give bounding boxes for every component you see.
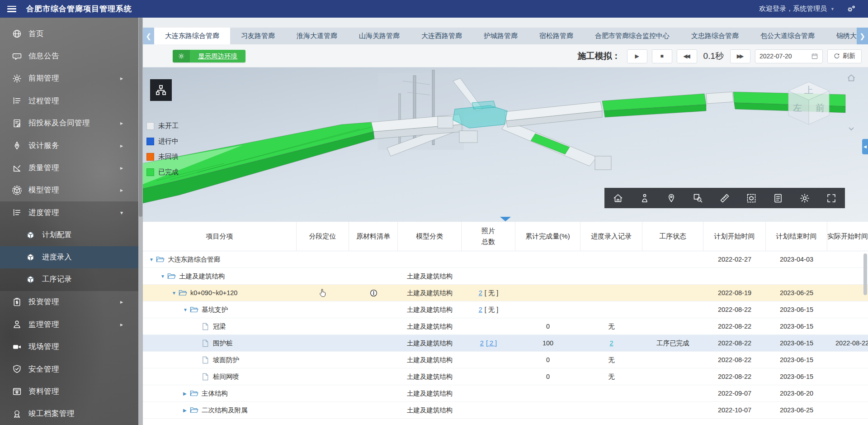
sidebar-item-supervision[interactable]: 监理管理▸ (0, 313, 138, 335)
table-row-3[interactable]: ▼基坑支护土建及建筑结构2[ 无 ]2022-08-222023-06-15 (143, 301, 868, 318)
user-menu[interactable]: 欢迎登录，系统管理员 ▼ (759, 5, 835, 13)
caret-down-icon[interactable]: ▼ (160, 274, 167, 279)
date-input[interactable] (760, 53, 805, 60)
table-row-0[interactable]: ▼大连东路综合管廊2022-02-272023-04-03 (143, 251, 868, 268)
cell-seg (297, 268, 349, 284)
refresh-button[interactable]: 刷新 (827, 49, 862, 63)
sidebar-item-process-record[interactable]: 工序记录 (0, 268, 138, 291)
tab-6[interactable]: 宿松路管廊 (528, 28, 584, 44)
caret-right-icon[interactable]: ▶ (183, 391, 190, 396)
fullscreen-icon[interactable] (826, 193, 837, 204)
sidebar-item-model[interactable]: 模型管理▸ (0, 179, 138, 201)
tab-5[interactable]: 护城路管廊 (473, 28, 528, 44)
column-header-material: 原材料清单 (349, 222, 398, 251)
chat-icon (12, 52, 22, 61)
tab-1[interactable]: 习友路管廊 (230, 28, 286, 44)
info-icon[interactable] (370, 289, 377, 297)
table-scrollbar[interactable] (863, 253, 867, 295)
right-panel-toggle-icon[interactable]: ◀ (862, 139, 868, 154)
medal-icon (12, 409, 22, 419)
table-row-9[interactable]: ▶二次结构及附属土建及建筑结构2022-10-072023-06-25 (143, 402, 868, 419)
folderstar-icon (12, 387, 22, 396)
tab-0[interactable]: 大连东路综合管廊 (154, 28, 230, 44)
settings-gears-icon[interactable] (846, 4, 856, 14)
caret-down-icon[interactable]: ▼ (149, 257, 156, 262)
photo-count-link[interactable]: 2 (479, 289, 482, 296)
fast-forward-button[interactable]: ▶▶ (730, 49, 750, 63)
table-row-2[interactable]: ▼k0+090~k0+120土建及建筑结构2[ 无 ]2022-08-19202… (143, 285, 868, 301)
item-label: 坡面防护 (213, 356, 239, 364)
sidebar-item-design-service[interactable]: 设计服务▸ (0, 134, 138, 157)
tab-7[interactable]: 合肥市管廊综合监控中心 (584, 28, 680, 44)
cell-status (642, 301, 703, 318)
refresh-icon (834, 53, 840, 59)
sidebar-item-progress-entry[interactable]: 进度录入 (0, 246, 138, 268)
table-row-7[interactable]: 桩间网喷土建及建筑结构0无2022-08-222023-06-15 (143, 368, 868, 385)
sidebar-item-site[interactable]: 现场管理 (0, 335, 138, 358)
box-search-icon[interactable] (693, 193, 703, 204)
caret-right-icon[interactable]: ▶ (183, 408, 190, 413)
table-row-8[interactable]: ▶主体结构土建及建筑结构2022-09-072023-06-20 (143, 385, 868, 402)
location-pin-icon[interactable] (666, 193, 677, 204)
table-row-4[interactable]: 冠梁土建及建筑结构0无2022-08-222023-06-15 (143, 318, 868, 335)
sidebar-item-notice[interactable]: 信息公告 (0, 45, 138, 67)
tab-3[interactable]: 山海关路管廊 (348, 28, 410, 44)
sidebar-item-schedule[interactable]: 进度管理▾ (0, 201, 138, 224)
sidebar-item-home[interactable]: 首页 (0, 23, 138, 45)
sidebar-item-quality[interactable]: 质量管理▸ (0, 157, 138, 179)
tab-4[interactable]: 大连西路管廊 (410, 28, 473, 44)
model-viewport[interactable]: 未开工进行中未回填已完成 上 左 前 (143, 67, 868, 222)
viewport-collapse-handle[interactable] (498, 217, 513, 222)
top-bar: 合肥市综合管廊项目管理系统 欢迎登录，系统管理员 ▼ (0, 0, 868, 18)
viewer-settings-gear-icon[interactable] (799, 193, 810, 204)
sidebar-item-documents[interactable]: 资料管理 (0, 380, 138, 402)
sidebar-item-early-stage[interactable]: 前期管理▸ (0, 67, 138, 90)
column-header-records: 进度录入记录 (580, 222, 642, 251)
first-person-icon[interactable] (639, 193, 650, 204)
sidebar-item-investment[interactable]: 投资管理▸ (0, 291, 138, 313)
table-row-1[interactable]: ▼土建及建筑结构土建及建筑结构 (143, 268, 868, 285)
tabs-scroll-right-icon[interactable]: ❯ (857, 28, 868, 44)
sidebar-item-process[interactable]: 过程管理 (0, 90, 138, 112)
sidebar-item-plan-config[interactable]: 计划配置 (0, 224, 138, 246)
cell-seg (297, 402, 349, 418)
rewind-button[interactable]: ◀◀ (677, 49, 697, 63)
model-tree-button[interactable] (150, 79, 172, 101)
tabs-scroll-left-icon[interactable]: ❮ (143, 28, 154, 44)
cube-chevron-down-icon[interactable] (847, 124, 855, 133)
section-box-icon[interactable] (746, 193, 757, 204)
sidebar-scrollbar[interactable] (138, 18, 143, 425)
sidebar-item-bidding-contract[interactable]: 招投标及合同管理▸ (0, 112, 138, 134)
caret-down-icon[interactable]: ▼ (183, 307, 190, 312)
sidebar-item-label: 投资管理 (28, 297, 59, 307)
cell-plan_end: 2023-06-15 (766, 318, 827, 334)
table-row-6[interactable]: 坡面防护土建及建筑结构0无2022-08-222023-06-15 (143, 352, 868, 368)
home-view-icon[interactable] (613, 193, 623, 204)
progress-record-link[interactable]: 2 (609, 339, 613, 347)
tab-8[interactable]: 文忠路综合管廊 (680, 28, 750, 44)
file-icon (201, 323, 210, 330)
sidebar-item-label: 模型管理 (28, 185, 59, 195)
tab-2[interactable]: 淮海大道管廊 (286, 28, 348, 44)
cell-plan_end: 2023-06-15 (766, 352, 827, 368)
stop-button[interactable]: ■ (652, 49, 672, 63)
date-picker[interactable] (755, 49, 823, 63)
tab-9[interactable]: 包公大道综合管廊 (750, 28, 826, 44)
sidebar-item-completion-archive[interactable]: 竣工档案管理 (0, 403, 138, 425)
measure-ruler-icon[interactable] (719, 193, 730, 204)
list-panel-icon[interactable] (773, 193, 783, 204)
play-button[interactable]: ▶ (627, 49, 647, 63)
sidebar-item-safety[interactable]: 安全管理 (0, 358, 138, 380)
cell-plan_start: 2022-08-22 (703, 318, 766, 334)
table-row-5[interactable]: 围护桩土建及建筑结构2[ 2 ]1002工序已完成2022-08-222023-… (143, 335, 868, 352)
caret-down-icon[interactable]: ▼ (172, 291, 179, 296)
tab-10[interactable]: 锦绣大道综合管廊 (826, 28, 857, 44)
photo-bracket-link[interactable]: [ 2 ] (486, 339, 497, 347)
navigation-cube[interactable]: 上 左 前 (782, 76, 835, 129)
photo-count-link[interactable]: 2 (480, 339, 484, 347)
cell-actual_start (827, 285, 868, 301)
photo-count-link[interactable]: 2 (479, 306, 482, 313)
show-environment-button[interactable]: 显示周边环境 (173, 50, 245, 62)
view-home-icon[interactable] (846, 73, 856, 83)
hamburger-menu-icon[interactable] (7, 6, 16, 12)
